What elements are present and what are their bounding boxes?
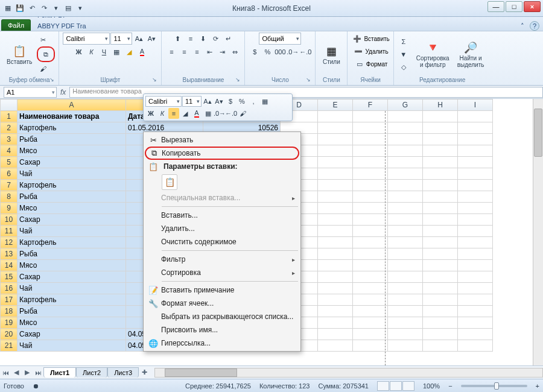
- sheet-tab-0[interactable]: Лист1: [43, 367, 76, 378]
- cell[interactable]: Картофель: [17, 237, 126, 248]
- cell[interactable]: Сахар: [17, 214, 126, 226]
- cell[interactable]: [388, 122, 423, 134]
- col-header-H[interactable]: H: [423, 100, 458, 111]
- row-header-7[interactable]: 7: [1, 180, 17, 191]
- cell[interactable]: [458, 248, 493, 260]
- cell[interactable]: [458, 294, 493, 306]
- paste-button[interactable]: 📋 Вставить: [4, 42, 35, 67]
- cell[interactable]: Мясо: [17, 203, 126, 214]
- sheet-nav-next-icon[interactable]: ▶: [22, 368, 33, 376]
- row-header-9[interactable]: 9: [1, 203, 17, 214]
- tab-10[interactable]: ABBYY PDF Tra: [32, 20, 92, 31]
- view-normal-icon[interactable]: [377, 381, 389, 391]
- row-header-21[interactable]: 21: [1, 340, 17, 352]
- cell[interactable]: [423, 271, 458, 283]
- mini-size-combo[interactable]: 11: [182, 96, 202, 107]
- formula-input[interactable]: Наименование товара: [69, 87, 543, 98]
- ctx-format-cells[interactable]: 🔧Формат ячеек...: [145, 297, 299, 310]
- row-header-3[interactable]: 3: [1, 134, 17, 145]
- bold-button[interactable]: Ж: [72, 46, 84, 58]
- col-header-G[interactable]: G: [388, 100, 423, 111]
- cell[interactable]: [388, 226, 423, 237]
- underline-button[interactable]: Ч: [98, 46, 110, 58]
- cell[interactable]: [423, 329, 458, 340]
- mini-dec-dec-icon[interactable]: ←.0: [226, 108, 237, 119]
- undo-icon[interactable]: ↶: [27, 3, 37, 14]
- align-bottom-icon[interactable]: ⬇: [197, 33, 209, 45]
- row-header-12[interactable]: 12: [1, 237, 17, 248]
- cell[interactable]: Мясо: [17, 317, 126, 329]
- format-painter-icon[interactable]: 🖌: [37, 63, 49, 75]
- cell[interactable]: Картофель: [17, 180, 126, 191]
- scrollbar-thumb[interactable]: [165, 368, 237, 377]
- merge-icon[interactable]: ⇔: [229, 46, 241, 58]
- cell[interactable]: Чай: [17, 283, 126, 294]
- row-header-16[interactable]: 16: [1, 283, 17, 294]
- cell[interactable]: [423, 122, 458, 134]
- mini-font-color-icon[interactable]: A: [191, 108, 202, 119]
- comma-icon[interactable]: 000: [274, 46, 286, 58]
- col-header-F[interactable]: F: [353, 100, 388, 111]
- cell[interactable]: [318, 329, 353, 340]
- name-box[interactable]: A1: [4, 87, 57, 98]
- cell[interactable]: [423, 294, 458, 306]
- font-color-icon[interactable]: A: [136, 46, 148, 58]
- cell[interactable]: [318, 191, 353, 203]
- cell[interactable]: [353, 317, 388, 329]
- cell[interactable]: [318, 340, 353, 352]
- cell[interactable]: [353, 340, 388, 352]
- row-header-1[interactable]: 1: [1, 111, 17, 122]
- cell[interactable]: [423, 306, 458, 317]
- shrink-font-icon[interactable]: A▾: [145, 33, 157, 45]
- col-header-E[interactable]: E: [318, 100, 353, 111]
- cell[interactable]: [353, 191, 388, 203]
- macro-record-icon[interactable]: ⏺: [33, 382, 39, 390]
- mini-percent-icon[interactable]: %: [237, 96, 247, 107]
- copy-icon[interactable]: ⧉: [40, 48, 52, 60]
- row-header-14[interactable]: 14: [1, 260, 17, 271]
- cell[interactable]: [353, 260, 388, 271]
- sheet-nav-first-icon[interactable]: ⏮: [0, 369, 11, 376]
- cell[interactable]: [353, 248, 388, 260]
- cell[interactable]: [388, 271, 423, 283]
- qat-btn-1[interactable]: ▾: [51, 3, 62, 14]
- cell[interactable]: Сахар: [17, 329, 126, 340]
- ctx-insert[interactable]: Вставить...: [145, 209, 299, 222]
- row-header-17[interactable]: 17: [1, 294, 17, 306]
- cell[interactable]: [388, 180, 423, 191]
- ctx-delete[interactable]: Удалить...: [145, 222, 299, 235]
- cell[interactable]: [353, 294, 388, 306]
- zoom-level[interactable]: 100%: [423, 382, 440, 390]
- cell[interactable]: [318, 260, 353, 271]
- autosum-icon[interactable]: Σ: [398, 36, 410, 48]
- cell[interactable]: [388, 306, 423, 317]
- cell[interactable]: [318, 111, 353, 122]
- cell[interactable]: Картофель: [17, 122, 126, 134]
- redo-icon[interactable]: ↷: [39, 3, 49, 14]
- paste-option-icon[interactable]: 📋: [162, 174, 177, 190]
- scrollbar-thumb[interactable]: [534, 109, 542, 157]
- cell[interactable]: [353, 283, 388, 294]
- cell[interactable]: [388, 145, 423, 157]
- clear-icon[interactable]: ◇: [398, 61, 410, 73]
- italic-button[interactable]: К: [85, 46, 97, 58]
- cell[interactable]: [458, 134, 493, 145]
- mini-italic-button[interactable]: К: [157, 108, 168, 119]
- cell[interactable]: [318, 237, 353, 248]
- indent-dec-icon[interactable]: ⇤: [203, 46, 215, 58]
- grow-font-icon[interactable]: A▴: [133, 33, 145, 45]
- col-header-A[interactable]: A: [17, 100, 126, 111]
- cell[interactable]: [458, 168, 493, 180]
- sheet-nav-prev-icon[interactable]: ◀: [11, 368, 22, 376]
- ctx-comment[interactable]: 📝Вставить примечание: [145, 283, 299, 297]
- cell[interactable]: [388, 317, 423, 329]
- cell[interactable]: Рыба: [17, 306, 126, 317]
- orientation-icon[interactable]: ⟳: [210, 33, 222, 45]
- cell[interactable]: [423, 191, 458, 203]
- find-select-button[interactable]: 🔎 Найти и выделить: [454, 39, 487, 70]
- cell[interactable]: [423, 203, 458, 214]
- cell[interactable]: [353, 122, 388, 134]
- launcher-icon[interactable]: ↘: [305, 77, 311, 83]
- row-header-10[interactable]: 10: [1, 214, 17, 226]
- cell[interactable]: [318, 122, 353, 134]
